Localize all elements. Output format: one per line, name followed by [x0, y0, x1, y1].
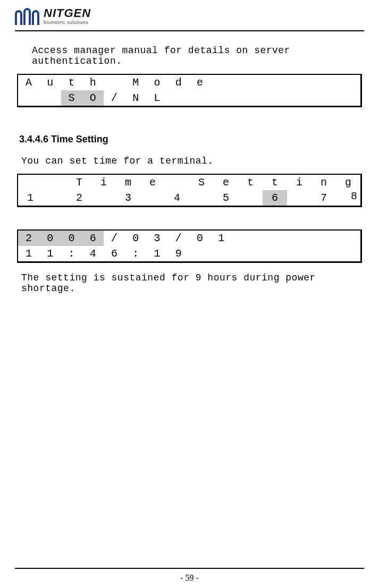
paragraph-intro: Access manager manual for details on ser…: [32, 45, 362, 66]
lcd-cell: M: [125, 75, 146, 90]
lcd-cell: [210, 246, 232, 261]
lcd-cell: [254, 75, 275, 90]
lcd-cell: [296, 246, 317, 261]
paragraph-note: The setting is sustained for 9 hours dur…: [21, 272, 362, 294]
lcd-cell: [43, 190, 67, 206]
lcd-cell: [318, 246, 339, 261]
lcd-auth-mode: Auth Mode SO/NL: [17, 74, 362, 107]
lcd-cell: [339, 246, 360, 261]
lcd-cell: [275, 90, 296, 106]
lcd-cell: 2: [67, 190, 91, 206]
lcd-cell: /: [104, 90, 125, 106]
lcd-cell: i: [91, 175, 116, 190]
lcd-cell: [296, 75, 317, 90]
lcd-cell: [232, 75, 254, 90]
page-number: - 59 -: [15, 573, 364, 583]
lcd-cell: [232, 90, 254, 106]
lcd-row: Auth Mode: [18, 75, 360, 90]
lcd-cell: t: [61, 75, 82, 90]
lcd-cell: [165, 175, 189, 190]
lcd-date-time: 2006/03/01 11:46:19: [17, 229, 362, 263]
section-heading: 3.4.4.6 Time Setting: [19, 134, 362, 145]
lcd-cell: [339, 231, 360, 246]
paragraph-time-set: You can set time for a terminal.: [21, 156, 362, 166]
lcd-cell: 4: [165, 190, 189, 206]
divider-bottom: [15, 568, 364, 569]
lcd-cell: [140, 190, 165, 206]
lcd-cell: 3: [116, 190, 140, 206]
lcd-cell: 0: [125, 231, 146, 246]
lcd-cell: 0: [189, 231, 210, 246]
lcd-cell: [318, 231, 339, 246]
lcd-row: Time Setting: [18, 175, 360, 190]
lcd-cell: T: [67, 175, 91, 190]
lcd-cell: S: [61, 90, 82, 106]
lcd-cell: [254, 246, 275, 261]
content: Access manager manual for details on ser…: [15, 42, 364, 568]
lcd-cell: [232, 246, 254, 261]
lcd-cell: [91, 190, 116, 206]
lcd-cell: O: [82, 90, 104, 106]
lcd-cell: t: [238, 175, 263, 190]
lcd-cell: [296, 231, 317, 246]
lcd-cell: /: [104, 231, 125, 246]
logo-main: NITGEN: [44, 7, 91, 19]
lcd-cell: [254, 231, 275, 246]
lcd-cell: :: [125, 246, 146, 261]
lcd-cell: 7: [311, 190, 336, 206]
lcd-cell: 0: [61, 231, 82, 246]
lcd-cell: [275, 246, 296, 261]
lcd-cell: 8: [351, 189, 357, 204]
lcd-cell: [339, 90, 360, 106]
lcd-cell: [43, 175, 67, 190]
lcd-cell: [168, 90, 189, 106]
lcd-cell: 4: [82, 246, 104, 261]
page: NITGEN biometric solutions Access manage…: [0, 0, 379, 588]
lcd-cell: [210, 75, 232, 90]
lcd-cell: [296, 90, 317, 106]
lcd-cell: g: [336, 175, 360, 190]
lcd-cell: [189, 90, 210, 106]
logo: NITGEN biometric solutions: [15, 7, 364, 25]
lcd-cell: 1: [18, 246, 39, 261]
lcd-row: SO/NL: [18, 90, 360, 106]
lcd-cell: [232, 231, 254, 246]
lcd-cell: [275, 231, 296, 246]
lcd-cell: 1: [147, 246, 168, 261]
lcd-cell: 5: [214, 190, 238, 206]
lcd-cell: [18, 175, 43, 190]
lcd-row: 11:46:19: [18, 246, 360, 261]
lcd-cell: d: [168, 75, 189, 90]
lcd-row: 1 2 3 4 5 6 7: [18, 190, 360, 206]
lcd-cell: S: [189, 175, 214, 190]
lcd-cell: [39, 90, 61, 106]
lcd-cell: e: [140, 175, 165, 190]
logo-icon: [15, 8, 39, 25]
divider-top: [15, 30, 364, 31]
lcd-cell: 2: [18, 231, 39, 246]
lcd-cell: /: [168, 231, 189, 246]
lcd-cell: :: [61, 246, 82, 261]
lcd-cell: 6: [104, 246, 125, 261]
lcd-cell: e: [214, 175, 238, 190]
lcd-cell: 6: [82, 231, 104, 246]
lcd-cell: m: [116, 175, 140, 190]
lcd-cell: A: [18, 75, 39, 90]
lcd-cell: [318, 75, 339, 90]
lcd-cell: u: [39, 75, 61, 90]
lcd-cell: e: [189, 75, 210, 90]
lcd-cell: [189, 190, 214, 206]
logo-text: NITGEN biometric solutions: [44, 7, 91, 25]
lcd-cell: o: [147, 75, 168, 90]
lcd-cell: [275, 75, 296, 90]
logo-sub: biometric solutions: [44, 20, 91, 25]
lcd-time-menu: Time Setting 1 2 3 4 5 6 7 8: [17, 174, 362, 207]
lcd-cell: 3: [147, 231, 168, 246]
lcd-cell: N: [125, 90, 146, 106]
lcd-cell: i: [287, 175, 311, 190]
lcd-cell: [189, 246, 210, 261]
lcd-cell: [287, 190, 311, 206]
lcd-cell: [238, 190, 263, 206]
lcd-cell: 1: [210, 231, 232, 246]
lcd-cell: 1: [18, 190, 43, 206]
